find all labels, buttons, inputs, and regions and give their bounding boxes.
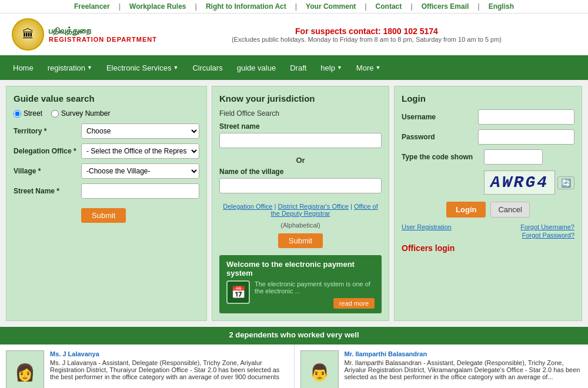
nav-help[interactable]: help▼ — [313, 55, 349, 80]
employee-desc-1: Ms. J Lalavanya - Assistant, Delegate (R… — [50, 359, 288, 380]
workplace-rules-link[interactable]: Workplace Rules — [129, 2, 186, 11]
calendar-icon: 📅 — [226, 280, 250, 304]
guide-value-panel: Guide value search Street Survey Number … — [6, 86, 207, 321]
village-label: Village * — [14, 167, 81, 175]
jurisdiction-links: Delegation Office | District Registrar's… — [219, 203, 382, 217]
logo-area: 🏛 பதிவுத்துறை REGISTRATION DEPARTMENT — [12, 18, 157, 51]
street-name-input[interactable] — [81, 183, 199, 199]
captcha-image: AWRG4 — [484, 170, 555, 195]
welcome-title: Welcome to the electronic payment system — [226, 260, 375, 277]
employee-card-2: 👨 Mr. Ilamparthi Balasandran Mr. Ilampar… — [295, 344, 589, 388]
delegation-label: Delegation Office * — [14, 147, 81, 155]
nav-electronic-services[interactable]: Electronic Services▼ — [99, 55, 185, 80]
phone-number: 1800 102 5174 — [383, 26, 437, 36]
password-label: Password — [402, 133, 478, 141]
office-hours: (Excludes public holidays. Monday to Fri… — [157, 36, 576, 43]
login-title: Login — [402, 93, 574, 103]
nav-arrow-help: ▼ — [337, 65, 342, 71]
login-links-row: User Registration Forgot Username? Forgo… — [402, 223, 574, 239]
street-name-row: Street Name * — [14, 183, 199, 199]
top-nav-bar: Freelancer | Workplace Rules | Right to … — [0, 0, 588, 14]
village-select[interactable]: -Choose the Village- — [81, 163, 199, 179]
read-more-button[interactable]: read more — [333, 298, 375, 309]
main-content: Guide value search Street Survey Number … — [0, 80, 588, 327]
radio-street[interactable]: Street — [14, 109, 42, 118]
login-button[interactable]: Login — [446, 202, 486, 218]
captcha-label: Type the code shown — [402, 153, 484, 161]
welcome-text: The electronic payment system is one of … — [255, 280, 375, 295]
radio-survey[interactable]: Survey Number — [51, 109, 110, 118]
field-office-label: Field Office Search — [219, 109, 382, 118]
logo-english-text: REGISTRATION DEPARTMENT — [49, 36, 157, 43]
captcha-display-row: AWRG4 🔄 — [402, 170, 574, 195]
username-label: Username — [402, 113, 478, 121]
your-comment-link[interactable]: Your Comment — [306, 2, 356, 11]
officers-login-link[interactable]: Officers login — [402, 243, 574, 253]
contact-label: For suspects contact: — [295, 26, 380, 36]
street-name-label-j: Street name — [219, 122, 382, 131]
forgot-username-link[interactable]: Forgot Username? — [520, 223, 574, 230]
employee-card-1: 👩 Ms. J Lalavanya Ms. J Lalavanya - Assi… — [0, 344, 295, 388]
award-banner: 2 dependents who worked very well — [0, 327, 588, 343]
jurisdiction-submit[interactable]: Submit — [278, 233, 323, 248]
captcha-input[interactable] — [484, 149, 543, 165]
logo-tamil-text: பதிவுத்துறை — [49, 26, 157, 36]
logo-emblem: 🏛 — [12, 18, 44, 51]
captcha-row: Type the code shown — [402, 149, 574, 165]
village-name-label-j: Name of the village — [219, 168, 382, 176]
captcha-refresh-button[interactable]: 🔄 — [557, 176, 574, 189]
delegation-select[interactable]: - Select the Office of the Repres — [81, 143, 199, 159]
forgot-password-link[interactable]: Forgot Password? — [522, 232, 574, 239]
street-name-input-j[interactable] — [219, 133, 382, 148]
territory-label: Territory * — [14, 127, 81, 135]
award-text: 2 dependents who worked very well — [229, 330, 359, 339]
alpha-note: (Alphabetical) — [219, 222, 382, 229]
username-row: Username — [402, 109, 574, 125]
jurisdiction-title: Know your jurisdiction — [219, 93, 382, 103]
guide-value-title: Guide value search — [14, 93, 199, 103]
username-input[interactable] — [478, 109, 574, 125]
nav-guide-value[interactable]: guide value — [230, 55, 283, 80]
street-name-label: Street Name * — [14, 187, 81, 195]
rti-link[interactable]: Right to Information Act — [206, 2, 286, 11]
contact-link[interactable]: Contact — [376, 2, 402, 11]
territory-row: Territory * Choose — [14, 123, 199, 139]
welcome-box: Welcome to the electronic payment system… — [219, 255, 382, 313]
password-input[interactable] — [478, 129, 574, 145]
employee-photo-2: 👨 — [300, 350, 339, 388]
english-link[interactable]: English — [489, 2, 514, 11]
employee-photo-1: 👩 — [6, 350, 44, 388]
officers-email-link[interactable]: Officers Email — [422, 2, 469, 11]
employee-desc-2: Mr. Ilamparthi Balasandran - Assistant, … — [345, 359, 583, 380]
nav-arrow-registration: ▼ — [87, 65, 92, 71]
delegation-row: Delegation Office * - Select the Office … — [14, 143, 199, 159]
freelancer-link[interactable]: Freelancer — [74, 2, 110, 11]
nav-registration[interactable]: registration▼ — [41, 55, 99, 80]
main-navigation: Home registration▼ Electronic Services▼ … — [0, 55, 588, 80]
employees-section: 👩 Ms. J Lalavanya Ms. J Lalavanya - Assi… — [0, 343, 588, 388]
village-name-input-j[interactable] — [219, 178, 382, 193]
guide-value-submit[interactable]: Submit — [81, 208, 126, 223]
password-row: Password — [402, 129, 574, 145]
village-row: Village * -Choose the Village- — [14, 163, 199, 179]
or-divider: Or — [219, 156, 382, 165]
nav-arrow-electronic: ▼ — [173, 65, 178, 71]
nav-arrow-more: ▼ — [375, 65, 380, 71]
employee-name-1: Ms. J Lalavanya — [50, 350, 288, 357]
delegation-office-link[interactable]: Delegation Office — [223, 203, 272, 210]
radio-group: Street Survey Number — [14, 109, 199, 118]
nav-more[interactable]: More▼ — [349, 55, 388, 80]
territory-select[interactable]: Choose — [81, 123, 199, 139]
login-panel: Login Username Password Type the code sh… — [394, 86, 582, 321]
cancel-button[interactable]: Cancel — [490, 202, 529, 218]
user-registration-link[interactable]: User Registration — [402, 223, 452, 239]
nav-home[interactable]: Home — [6, 55, 41, 80]
employee-name-2: Mr. Ilamparthi Balasandran — [345, 350, 583, 357]
jurisdiction-panel: Know your jurisdiction Field Office Sear… — [212, 86, 389, 321]
login-buttons-row: Login Cancel — [402, 202, 574, 218]
district-registrar-link[interactable]: District Registrar's Office — [278, 203, 348, 210]
nav-draft[interactable]: Draft — [283, 55, 313, 80]
contact-info: For suspects contact: 1800 102 5174 (Exc… — [157, 26, 576, 43]
page-header: 🏛 பதிவுத்துறை REGISTRATION DEPARTMENT Fo… — [0, 14, 588, 55]
nav-circulars[interactable]: Circulars — [185, 55, 229, 80]
